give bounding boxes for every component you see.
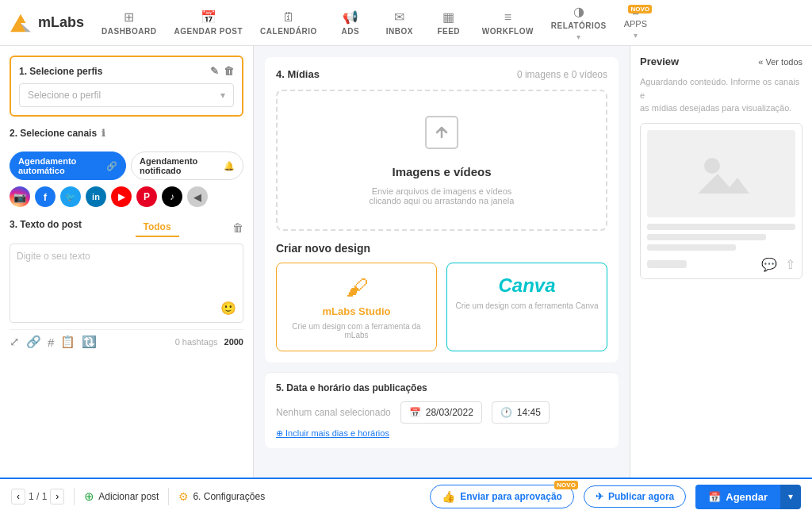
preview-action-placeholder <box>647 260 687 268</box>
nav-feed[interactable]: ▦ FEED <box>425 5 473 40</box>
repost-icon[interactable]: 🔃 <box>82 335 97 349</box>
time-picker[interactable]: 🕐 14:45 <box>492 401 550 424</box>
upload-media-box[interactable]: Imagens e vídeos Envie arquivos de image… <box>276 90 607 231</box>
text-placeholder: Digite o seu texto <box>17 251 90 262</box>
dashboard-icon: ⊞ <box>124 10 134 25</box>
preview-card: 💬 ⇧ <box>640 123 802 279</box>
clear-text-icon[interactable]: 🗑 <box>232 221 243 234</box>
instagram-channel-icon[interactable]: 📷 <box>10 186 30 207</box>
tab-agendamento-automatico[interactable]: Agendamento automático 🔗 <box>10 152 126 180</box>
logo[interactable]: mLabs <box>8 10 84 36</box>
nav-apps[interactable]: NOVO ⊞ APPS ▾ <box>616 2 655 44</box>
post-text-tabs: Todos <box>136 218 179 237</box>
logo-icon <box>8 10 33 36</box>
section-select-channels: 2. Selecione canais ℹ Agendamento automá… <box>10 128 243 207</box>
date-row: Nenhum canal selecionado 📅 28/03/2022 🕐 … <box>276 401 607 424</box>
nav-relatorios[interactable]: ◑ RELATÓRIOS ▾ <box>543 0 615 46</box>
preview-line-2 <box>647 234 766 240</box>
approve-badge: NOVO <box>554 481 578 489</box>
inbox-icon: ✉ <box>394 10 404 25</box>
expand-icon[interactable]: ⤢ <box>10 335 20 349</box>
tab-todos[interactable]: Todos <box>136 218 179 237</box>
linkedin-channel-icon[interactable]: in <box>86 186 106 207</box>
divider-2 <box>168 488 169 505</box>
tab-agendamento-notificado[interactable]: Agendamento notificado 🔔 <box>131 152 243 180</box>
design-section-title: Criar novo design <box>276 242 607 255</box>
bottom-bar: ‹ 1 / 1 › ⊕ Adicionar post ⚙ 6. Configur… <box>0 478 812 514</box>
reports-icon: ◑ <box>573 4 584 19</box>
apps-label: APPS <box>624 19 647 29</box>
link-icon: 🔗 <box>106 161 117 171</box>
social-channel-icons: 📷 f 🐦 in ▶ P ♪ ◀ <box>10 186 243 207</box>
chevron-down-icon: ▾ <box>788 491 793 502</box>
workflow-icon: ≡ <box>504 10 511 25</box>
section-select-profiles: 1. Selecione perfis ✎ 🗑 Selecione o perf… <box>10 56 243 117</box>
edit-profile-icon[interactable]: ✎ <box>210 65 219 77</box>
preview-text-lines <box>647 224 795 251</box>
tiktok-channel-icon[interactable]: ♪ <box>162 186 182 207</box>
date-picker[interactable]: 📅 28/03/2022 <box>400 401 482 424</box>
twitter-channel-icon[interactable]: 🐦 <box>60 186 81 207</box>
copy-icon[interactable]: 📋 <box>60 335 75 349</box>
middle-panel: 4. Mídias 0 imagens e 0 vídeos Imagens e… <box>254 46 630 478</box>
facebook-channel-icon[interactable]: f <box>35 186 56 207</box>
mlabs-studio-card[interactable]: 🖌 mLabs Studio Crie um design com a ferr… <box>276 263 437 351</box>
notif-tab-label: Agendamento notificado <box>140 156 220 175</box>
page-next-button[interactable]: › <box>50 489 64 504</box>
info-icon[interactable]: ℹ <box>102 128 105 139</box>
preview-action-bar: 💬 ⇧ <box>647 257 795 272</box>
post-text-area[interactable]: Digite o seu texto 🙂 <box>10 244 243 323</box>
calendar-check-icon: 📅 <box>708 491 721 503</box>
send-icon: ✈ <box>596 491 603 502</box>
pinterest-channel-icon[interactable]: P <box>136 186 157 207</box>
feed-label: FEED <box>437 27 460 36</box>
publish-label: Publicar agora <box>608 491 674 502</box>
mlabs-studio-icon: 🖌 <box>346 274 368 301</box>
more-channels-icon[interactable]: ◀ <box>187 186 208 207</box>
emoji-picker-icon[interactable]: 🙂 <box>220 301 236 316</box>
char-count: 2000 <box>224 337 243 347</box>
nav-workflow[interactable]: ≡ WORKFLOW <box>474 6 542 40</box>
nav-inbox[interactable]: ✉ INBOX <box>376 5 423 40</box>
section-media: 4. Mídias 0 imagens e 0 vídeos Imagens e… <box>265 57 619 362</box>
preview-placeholder-text: Aguardando conteúdo. Informe os canais e… <box>640 75 802 115</box>
nav-agendar-post[interactable]: 📅 AGENDAR POST <box>167 5 251 40</box>
publish-now-button[interactable]: ✈ Publicar agora <box>584 485 686 508</box>
relatorios-label: RELATÓRIOS <box>551 21 607 30</box>
preview-image <box>647 130 795 217</box>
page-indicator: 1 / 1 <box>29 491 47 502</box>
nav-dashboard[interactable]: ⊞ DASHBOARD <box>94 5 165 40</box>
preview-header: Preview « Ver todos <box>640 56 802 67</box>
page-prev-button[interactable]: ‹ <box>11 489 25 504</box>
hashtag-icon[interactable]: # <box>48 336 54 349</box>
agendar-dropdown-button[interactable]: ▾ <box>780 485 801 509</box>
design-section: Criar novo design 🖌 mLabs Studio Crie um… <box>276 242 607 351</box>
canva-card[interactable]: Canva Crie um design com a ferramenta Ca… <box>446 263 607 351</box>
add-more-dates-link[interactable]: ⊕ Incluir mais dias e horários <box>276 428 607 439</box>
profile-select[interactable]: Selecione o perfil ▾ <box>19 83 234 107</box>
nav-calendario[interactable]: 🗓 CALENDÁRIO <box>252 6 325 40</box>
calendario-label: CALENDÁRIO <box>260 27 317 36</box>
top-navigation: mLabs ⊞ DASHBOARD 📅 AGENDAR POST 🗓 CALEN… <box>0 0 812 46</box>
apps-badge: NOVO <box>628 5 652 13</box>
text-toolbar: ⤢ 🔗 # 📋 🔃 0 hashtags 2000 <box>10 329 243 349</box>
section1-label: 1. Selecione perfis ✎ 🗑 <box>19 65 234 77</box>
agendar-button[interactable]: 📅 Agendar <box>695 485 780 509</box>
config-button[interactable]: ⚙ 6. Configurações <box>178 490 265 503</box>
add-post-label: Adicionar post <box>98 491 159 502</box>
thumbs-up-icon: 👍 <box>442 490 455 503</box>
ver-todos-link[interactable]: « Ver todos <box>758 57 802 67</box>
nav-ads[interactable]: 📢 ADS <box>327 5 374 40</box>
preview-line-1 <box>647 224 795 230</box>
calendar-date-icon: 📅 <box>409 407 421 418</box>
inbox-label: INBOX <box>386 27 413 36</box>
add-post-button[interactable]: ⊕ Adicionar post <box>84 489 159 504</box>
approve-button[interactable]: NOVO 👍 Enviar para aprovação <box>430 485 574 508</box>
section2-title: 2. Selecione canais ℹ <box>10 128 105 139</box>
time-value: 14:45 <box>517 407 541 418</box>
config-label: 6. Configurações <box>193 491 265 502</box>
workflow-label: WORKFLOW <box>482 27 534 36</box>
delete-profile-icon[interactable]: 🗑 <box>224 65 234 77</box>
link-tool-icon[interactable]: 🔗 <box>26 335 41 349</box>
youtube-channel-icon[interactable]: ▶ <box>111 186 132 207</box>
